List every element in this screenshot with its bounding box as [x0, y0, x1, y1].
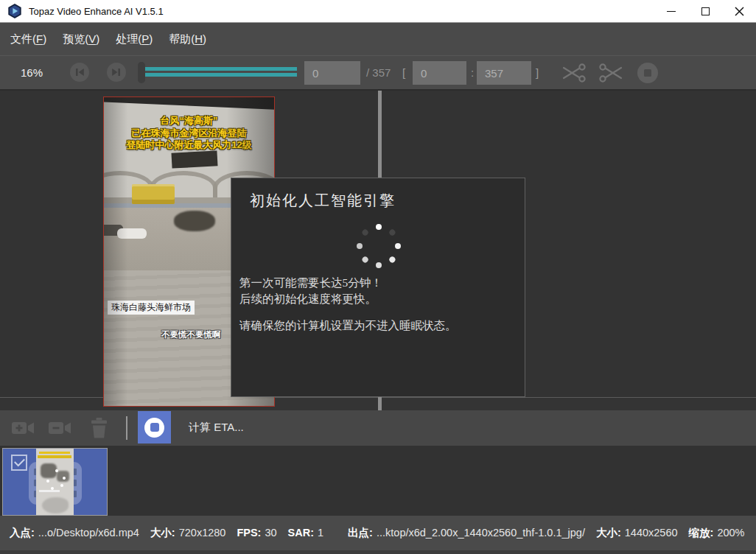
- delete-video-button[interactable]: [90, 418, 108, 438]
- timeline-slider-track[interactable]: [145, 73, 297, 77]
- skip-to-start-button[interactable]: [70, 63, 89, 82]
- timeline-slider-handle[interactable]: [138, 62, 145, 83]
- maximize-icon: [701, 7, 710, 15]
- filmstrip: [0, 446, 756, 516]
- playback-toolbar: 16% / 357 [ : ]: [0, 55, 756, 91]
- close-icon: [735, 7, 744, 16]
- stop-icon: [637, 62, 659, 84]
- remove-video-icon: [49, 420, 72, 436]
- trim-end-input[interactable]: [477, 61, 531, 85]
- status-in-point: 入点:...o/Desktop/x6d.mp4: [10, 526, 139, 540]
- clip-checkbox[interactable]: [11, 455, 27, 471]
- scissors-right-icon: [598, 63, 623, 83]
- stop-processing-button[interactable]: [138, 411, 171, 443]
- timeline-slider-track[interactable]: [145, 67, 297, 71]
- clip-preview-image: [36, 449, 74, 515]
- trim-colon-separator: :: [471, 56, 474, 90]
- stop-processing-icon: [144, 418, 164, 438]
- remove-video-button[interactable]: [49, 420, 72, 436]
- trim-start-cut-button[interactable]: [561, 63, 587, 83]
- menu-preview[interactable]: 预览(V): [55, 23, 108, 55]
- status-out-point: 出点:...ktop/x6d_2.00x_1440x2560_thf-1.0.1…: [348, 526, 585, 540]
- status-out-size: 大小:1440x2560: [596, 526, 678, 540]
- process-toolbar: 计算 ETA...: [0, 410, 756, 446]
- current-frame-input[interactable]: [304, 61, 360, 85]
- trash-icon: [90, 418, 108, 438]
- menu-file[interactable]: 文件(F): [2, 23, 55, 55]
- zoom-percent-label: 16%: [21, 56, 43, 90]
- menubar: 文件(F) 预览(V) 处理(P) 帮助(H): [0, 23, 756, 55]
- close-button[interactable]: [722, 0, 756, 22]
- status-sar: SAR:1: [288, 527, 324, 539]
- menu-process[interactable]: 处理(P): [108, 23, 161, 55]
- menu-help[interactable]: 帮助(H): [161, 23, 214, 55]
- trim-bracket-close: ]: [536, 56, 539, 90]
- add-video-icon: [12, 420, 35, 436]
- stop-preview-button[interactable]: [637, 62, 659, 84]
- bottom-edge: [0, 550, 756, 554]
- add-video-button[interactable]: [12, 420, 35, 436]
- scissors-left-icon: [561, 63, 587, 83]
- status-zoom: 缩放:200%: [689, 526, 745, 540]
- dialog-message-1: 第一次可能需要长达5分钟！: [239, 276, 382, 291]
- skip-to-end-button[interactable]: [107, 63, 126, 82]
- window-controls: [654, 0, 756, 22]
- eta-label: 计算 ETA...: [189, 410, 244, 444]
- trim-start-input[interactable]: [413, 61, 466, 85]
- minimize-button[interactable]: [654, 0, 688, 22]
- status-fps: FPS:30: [237, 527, 276, 539]
- dialog-title: 初始化人工智能引擎: [250, 191, 396, 211]
- app-logo-icon: [7, 4, 22, 18]
- initializing-dialog: 初始化人工智能引擎 第一次可能需要长达5分钟！ 后续的初始化速度将更快。 请确保…: [231, 178, 525, 397]
- statusbar: 入点:...o/Desktop/x6d.mp4 大小:720x1280 FPS:…: [0, 516, 756, 554]
- toolbar-divider: [126, 416, 127, 440]
- window-title: Topaz Video Enhance AI V1.5.1: [29, 6, 164, 17]
- maximize-button[interactable]: [688, 0, 722, 22]
- app-window: Topaz Video Enhance AI V1.5.1 文件(F) 预览(V…: [0, 0, 756, 554]
- clip-thumbnail-selected[interactable]: [2, 448, 108, 516]
- status-in-size: 大小:720x1280: [150, 526, 226, 540]
- trim-end-cut-button[interactable]: [598, 63, 623, 83]
- total-frames-label: / 357: [366, 56, 391, 90]
- titlebar: Topaz Video Enhance AI V1.5.1: [0, 0, 756, 23]
- dialog-message-3: 请确保您的计算机设置为不进入睡眠状态。: [239, 318, 457, 334]
- trim-bracket-open: [: [402, 56, 405, 90]
- skip-start-icon: [70, 63, 89, 82]
- minimize-icon: [667, 11, 676, 12]
- dialog-message-2: 后续的初始化速度将更快。: [239, 292, 377, 307]
- skip-end-icon: [107, 63, 126, 82]
